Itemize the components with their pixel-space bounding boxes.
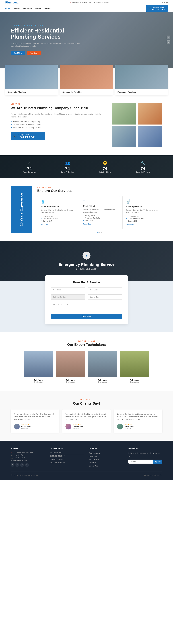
stat-projects: 🔧 74 Completed Projects [136, 161, 150, 173]
brand-logo[interactable]: Plumberz [5, 1, 18, 4]
emergency-banner-title: Emergency Plumbing Service [58, 262, 114, 267]
read-more-button[interactable]: Read More [11, 50, 25, 55]
service-select[interactable]: Select A Service [50, 294, 86, 300]
drain-icon: ≡ [83, 199, 116, 203]
emergency-banner: Emergency Plumbing Service 24 Hours 7 Da… [0, 241, 173, 281]
client-info-2: ★★★★★ Client Name Profession [73, 424, 83, 429]
about-img-1 [112, 103, 136, 124]
nav-services[interactable]: SERVICES [23, 8, 32, 10]
stat-experience: ✓ 74 Years Experience [23, 161, 36, 173]
card-arrow[interactable]: → [164, 91, 166, 93]
about-title: We Are Trusted Plumbing Company Since 19… [11, 106, 104, 110]
emergency-img [116, 65, 168, 89]
dot-3[interactable] [101, 232, 102, 233]
checklist-item-2: Quality services at affordable prices [11, 124, 104, 126]
hours-weekday-row: Monday - Friday [50, 452, 84, 454]
footer-facebook[interactable]: f [11, 463, 14, 467]
tech-cards-row: Full Name Designation Full Name Designat… [11, 351, 162, 383]
book-now-button[interactable]: Book Now [50, 314, 122, 319]
stat-label: Expert Technicians [61, 171, 74, 173]
play-button[interactable] [82, 252, 90, 260]
checklist-item-3: Immediate 24/7 emergency services [11, 127, 104, 129]
wrench-icon: 🔧 [136, 161, 150, 165]
card-arrow[interactable]: → [108, 91, 110, 93]
email-row: ✉ info@example.com [11, 460, 44, 462]
svc-item-2: Customer Satisfaction [126, 218, 159, 220]
twitter-icon[interactable]: t [164, 2, 165, 4]
name-input[interactable] [50, 288, 86, 292]
tech-name-2: Full Name [56, 379, 85, 381]
residential-img [5, 65, 58, 89]
card-arrow[interactable]: → [53, 91, 56, 93]
dot-1[interactable] [98, 232, 98, 233]
about-left: ABOUT US We Are Trusted Plumbing Company… [11, 103, 104, 140]
dot-2[interactable] [99, 232, 100, 233]
footer-linkedin[interactable]: in [20, 463, 24, 467]
hero-title: Efficient Residential Plumbing Services [11, 28, 84, 40]
google-icon[interactable]: g+ [166, 2, 168, 4]
special-request-textarea[interactable] [50, 302, 122, 311]
hours-weekend-time: 10:00 AM - 10:00 PM [50, 462, 84, 464]
stat-label: Satisfied Clients [99, 171, 111, 173]
facebook-icon[interactable]: f [160, 2, 161, 4]
emergency-button[interactable]: 📞 Emergency 24/7 +412 345 6789 [146, 5, 168, 12]
about-sub-label: ABOUT US [11, 103, 104, 105]
avatar-3 [117, 424, 123, 430]
stat-label: Years Experience [23, 171, 36, 173]
nav-home[interactable]: HOME [5, 8, 10, 10]
footer-newsletter-title: Newsletter [128, 447, 162, 450]
svc-read-more[interactable]: Read More [83, 223, 91, 225]
nav-pages[interactable]: PAGES [35, 8, 41, 10]
stat-label: Completed Projects [136, 171, 150, 173]
client-role-1: Profession [21, 428, 31, 429]
testimonial-card-1: Tempor wisi elit return sit clita. Diam … [11, 410, 59, 432]
hero-prev-button[interactable]: ∧ [166, 36, 170, 39]
newsletter-signup-button[interactable]: Sign Up [153, 460, 162, 464]
hero-section: PLUMBING & REPAIRING SERVICES Efficient … [0, 12, 173, 68]
card-title: Commercial Plumbing [62, 91, 82, 93]
tech-img-3 [88, 351, 117, 378]
stars-2: ★★★★★ [73, 424, 83, 426]
testimonials-section: TESTIMONIAL Our Clients Say! Tempor wisi… [0, 391, 173, 440]
phone-icon: 📞 [149, 8, 151, 10]
footer-grid: Address 📍 123 Street, New York, USA 📞 +1… [11, 447, 162, 468]
svc-item-3: Support 24/7 [126, 220, 159, 222]
newsletter-input[interactable] [128, 460, 153, 464]
footer-info: 📍 123 Street, New York, USA 📞 +123 456 7… [11, 452, 44, 462]
services-section: 15 Years Experience OUR SERVICES Explore… [0, 178, 173, 241]
booking-section: Book For A Service Select A Service Book… [0, 281, 173, 332]
location-icon: 📍 [70, 2, 72, 4]
emergency-label: Emergency 24/7 [18, 134, 34, 136]
instagram-icon[interactable]: in [162, 2, 163, 4]
stat-number: 74 [61, 166, 74, 171]
footer-twitter[interactable]: t [16, 463, 19, 467]
tech-card-4: Full Name Designation [120, 351, 149, 383]
footer-service-5: Broken Pipe [89, 464, 123, 468]
testimonial-footer-2: ★★★★★ Client Name Profession [66, 424, 108, 430]
avatar-1 [14, 424, 20, 430]
designed-by: Designed By Digitaler Sol [144, 474, 162, 476]
client-info-3: ★★★★★ Client Name Profession [124, 424, 134, 429]
card-body: Emergency Servicing → [116, 89, 168, 95]
email-input[interactable] [88, 288, 122, 292]
svc-card-desc: Stet justo dolor sed duo. Ut clita sea s… [40, 209, 74, 214]
service-card-residential: Residential Plumbing → [5, 65, 58, 95]
testimonials-sub-label: TESTIMONIAL [11, 399, 162, 400]
nav-contact[interactable]: CONTACT [44, 8, 52, 10]
svc-read-more[interactable]: Read More [126, 224, 134, 226]
hours-weekend-row: Saturday - Sunday [50, 458, 84, 461]
toilet-icon: 🚽 [126, 199, 159, 204]
years-experience-text: 15 Years Experience [19, 193, 24, 226]
card-title: Residential Plumbing [8, 91, 26, 93]
hero-description: Venenatis justo cilla lorem, ipsum dolop… [11, 42, 84, 48]
date-input[interactable] [88, 294, 122, 300]
nav-about[interactable]: ABOUT [14, 8, 20, 10]
free-quote-button[interactable]: Free Quote [26, 50, 41, 55]
hero-next-button[interactable]: ∨ [166, 40, 170, 44]
testimonial-card-2: Tempor wisi elit return sit clita. Diam … [62, 410, 111, 432]
footer-instagram[interactable]: ig [25, 463, 29, 467]
stat-clients: 😊 74 Satisfied Clients [99, 161, 111, 173]
booking-service-date-row: Select A Service [50, 294, 122, 300]
footer: Address 📍 123 Street, New York, USA 📞 +1… [0, 441, 173, 480]
svc-read-more[interactable]: Read More [40, 224, 48, 226]
